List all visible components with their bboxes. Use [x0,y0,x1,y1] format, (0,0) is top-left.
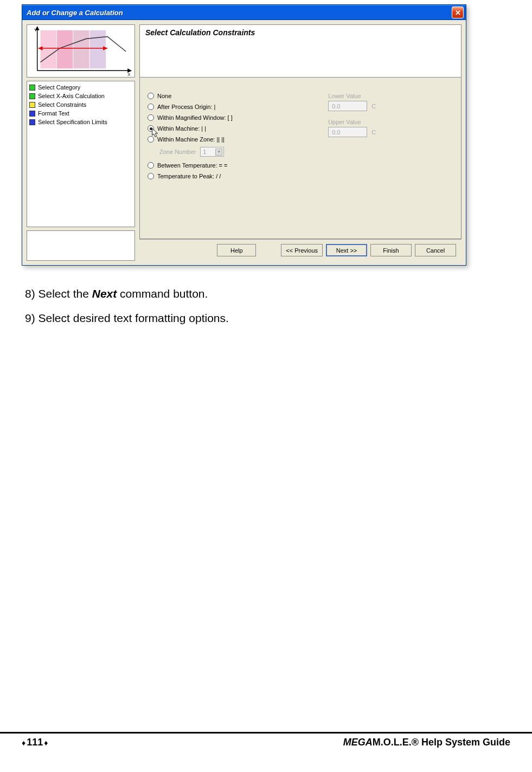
lower-value-group: Lower Value 0.0 C [328,93,453,111]
zone-select[interactable]: 1 ▾ [200,147,224,157]
close-button[interactable]: ✕ [452,7,464,18]
upper-value-unit: C [371,129,376,136]
step-label: Format Text [38,109,69,118]
radio-label: Temperature to Peak: / / [157,173,221,179]
radio-label: None [157,93,171,99]
radio-label: Between Temperature: = = [157,162,227,169]
next-button[interactable]: Next >> [326,244,367,256]
radio-icon [148,173,154,179]
upper-value-group: Upper Value 0.0 C [328,119,453,137]
description-box [27,230,135,261]
radio-label: After Process Origin: | [157,104,215,110]
zone-value: 1 [203,149,206,155]
step-item: Format Text [29,109,132,118]
lower-value-input[interactable]: 0.0 [328,101,367,111]
diamond-icon: ♦ [22,738,25,747]
steps-list: Select Category Select X-Axis Calculatio… [27,81,135,227]
step-color-icon [29,119,35,125]
step-item: Select Specification Limits [29,118,132,126]
lower-value-label: Lower Value [328,93,453,99]
radio-temp-to-peak[interactable]: Temperature to Peak: / / [148,173,323,179]
page-footer: ♦111♦ MEGAM.O.L.E.® Help System Guide [0,732,532,752]
radio-label: Within Magnified Window: [ ] [157,114,233,121]
radio-icon [148,114,154,121]
finish-button[interactable]: Finish [370,244,412,256]
chevron-down-icon: ▾ [215,149,222,156]
step-color-icon [29,85,35,91]
svg-rect-2 [57,30,73,69]
radio-icon [148,93,154,99]
svg-rect-1 [41,30,56,69]
radio-within-machine-zone[interactable]: Within Machine Zone: || || [148,136,323,143]
zone-number-row: Zone Number 1 ▾ [159,147,323,157]
step-color-icon [29,102,35,108]
radio-none[interactable]: None [148,93,323,99]
previous-button[interactable]: << Previous [281,244,323,256]
step-label: Select X-Axis Calculation [38,92,105,100]
upper-value-input[interactable]: 0.0 [328,127,367,137]
lower-value-unit: C [371,103,376,110]
step-item: Select Constraints [29,100,132,109]
radio-between-temp[interactable]: Between Temperature: = = [148,162,323,169]
instruction-line-8: 8) Select the Next command button. [25,285,507,303]
chart-preview: Y X [27,24,135,78]
window-title: Add or Change a Calculation [27,9,123,17]
heading-panel: Select Calculation Constraints [139,24,462,78]
step-item: Select Category [29,83,132,92]
svg-text:Y: Y [34,28,37,33]
cancel-button[interactable]: Cancel [415,244,456,256]
step-color-icon [29,111,35,117]
radio-icon [148,136,154,143]
close-icon: ✕ [455,9,461,17]
dialog-window: Add or Change a Calculation ✕ [22,4,466,266]
guide-title: MEGAM.O.L.E.® Help System Guide [343,737,510,748]
options-panel: None After Process Origin: | Within Magn… [139,78,462,239]
step-label: Select Category [38,83,80,92]
radio-label: Within Machine Zone: || || [157,136,225,143]
instruction-line-9: 9) Select desired text formatting option… [25,310,507,327]
upper-value-label: Upper Value [328,119,453,125]
zone-label: Zone Number [159,149,196,155]
radio-within-machine[interactable]: Within Machine: | | [148,125,323,132]
step-label: Select Constraints [38,100,86,109]
radio-icon [148,104,154,110]
button-bar: Help << Previous Next >> Finish Cancel [139,239,462,261]
radio-label: Within Machine: | | [157,125,206,132]
svg-marker-14 [152,128,158,137]
step-item: Select X-Axis Calculation [29,92,132,100]
svg-rect-3 [73,30,89,69]
radio-after-process[interactable]: After Process Origin: | [148,104,323,110]
svg-text:X: X [127,72,131,77]
radio-icon [148,162,154,169]
page-number: ♦111♦ [22,737,48,748]
instruction-text: 8) Select the Next command button. 9) Se… [22,285,510,327]
step-color-icon [29,93,35,99]
panel-heading: Select Calculation Constraints [145,28,255,37]
radio-within-magnified[interactable]: Within Magnified Window: [ ] [148,114,323,121]
help-button[interactable]: Help [217,244,256,256]
diamond-icon: ♦ [44,738,48,747]
step-label: Select Specification Limits [38,118,107,126]
titlebar: Add or Change a Calculation ✕ [22,5,466,20]
